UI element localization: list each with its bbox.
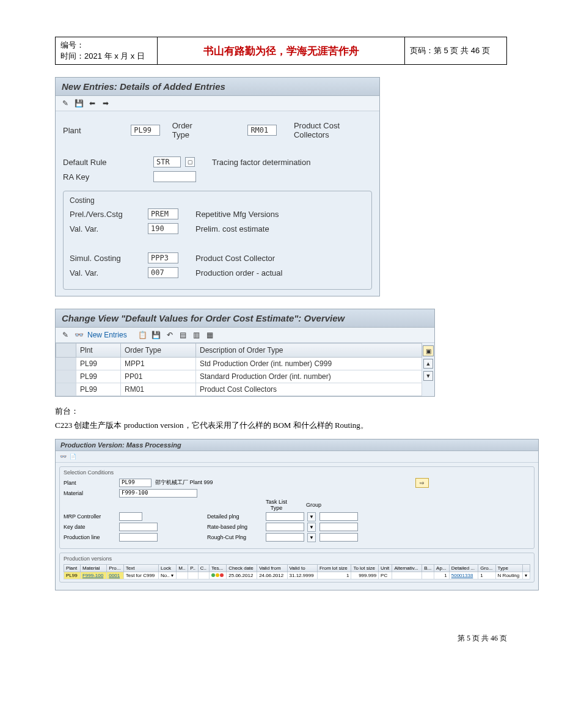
rough-grp-input[interactable]	[319, 533, 358, 542]
order-type-input[interactable]: RM01	[247, 125, 277, 136]
execute-button[interactable]: ⇨	[415, 478, 429, 488]
val2-desc: Production order - actual	[195, 268, 282, 278]
rate-grp-input[interactable]	[319, 523, 358, 531]
new-entries-panel: New Entries: Details of Added Entries ✎ …	[55, 77, 380, 296]
delimit-icon[interactable]: ▦	[205, 330, 215, 340]
edit-icon[interactable]: ✎	[60, 330, 70, 340]
deselect-icon[interactable]: ▥	[192, 330, 202, 340]
rate-based-label: Rate-based plng	[207, 524, 262, 530]
detailed-grp-input[interactable]	[319, 512, 358, 521]
panel1-title: New Entries: Details of Added Entries	[56, 78, 379, 96]
chevron-down-icon[interactable]: ▼	[307, 533, 316, 542]
document-header: 编号： 时间：2021 年 x 月 x 日 书山有路勤为径，学海无涯苦作舟 页码…	[55, 37, 507, 65]
simul-desc: Product Cost Collector	[195, 254, 275, 263]
chevron-down-icon[interactable]: ▾	[171, 573, 173, 578]
group-header: Group	[297, 502, 330, 508]
doc-icon[interactable]: 📄	[69, 453, 76, 460]
copy-icon[interactable]: 📋	[138, 330, 148, 340]
material-input[interactable]: F999-100	[119, 489, 197, 498]
selection-conditions-group: Selection Conditions Plant PL99 邵宁机械工厂 P…	[59, 466, 535, 549]
simul-label: Simul. Costing	[70, 254, 143, 263]
next-icon[interactable]: ➡	[101, 98, 111, 108]
scroll-down-icon[interactable]: ▼	[423, 371, 433, 381]
val2-input[interactable]: 007	[148, 267, 178, 278]
doc-title: 书山有路勤为径，学海无涯苦作舟	[158, 37, 405, 65]
val1-input[interactable]: 190	[148, 223, 178, 234]
configure-icon[interactable]: ▣	[423, 345, 434, 356]
default-rule-desc: Tracing factor determination	[212, 158, 310, 167]
scroll-up-icon[interactable]: ▲	[423, 359, 433, 369]
key-date-label: Key date	[64, 524, 115, 530]
page-footer: 第 5 页 共 46 页	[55, 633, 507, 644]
table-row[interactable]: PL99 F999-100 0001 Test for C999 No.. ▾ …	[64, 572, 530, 579]
order-type-desc: Product Cost Collectors	[294, 121, 372, 139]
detailed-tlt-input[interactable]	[266, 512, 304, 521]
prel-desc: Repetitive Mfg Versions	[195, 210, 279, 219]
f4-help-icon[interactable]: ▢	[185, 157, 195, 167]
plant-input[interactable]: PL99	[131, 125, 160, 136]
plant-input[interactable]: PL99	[119, 479, 151, 487]
change-view-panel: Change View "Default Values for Order Co…	[55, 309, 435, 397]
rate-tlt-input[interactable]	[266, 523, 304, 531]
panel2-toolbar: ✎ 👓 New Entries 📋 💾 ↶ ▤ ▥ ▦	[56, 328, 434, 343]
status-icon	[211, 573, 224, 577]
production-versions-group: Production versions PlantMaterialPro... …	[59, 553, 535, 583]
detailed-plng-label: Detailed plng	[207, 513, 262, 520]
rough-cut-label: Rough-Cut Plng	[207, 534, 262, 540]
edit-icon[interactable]: ✎	[60, 98, 70, 108]
chevron-down-icon[interactable]: ▼	[307, 523, 316, 532]
body-text-2: C223 创建生产版本 production version，它代表采用了什么样…	[55, 418, 507, 432]
doc-page: 页码：第 5 页 共 46 页	[405, 37, 507, 65]
prodline-input[interactable]	[119, 533, 158, 542]
order-type-label: Order Type	[172, 121, 210, 139]
ra-key-label: RA Key	[63, 172, 148, 182]
plant-label: Plant	[63, 126, 126, 135]
prev-icon[interactable]: ⬅	[87, 98, 97, 108]
prodline-label: Production line	[64, 534, 115, 540]
panel1-toolbar: ✎ 💾 ⬅ ➡	[56, 96, 379, 111]
sel-cond-title: Selection Conditions	[64, 469, 530, 476]
panel3-title: Production Version: Mass Processing	[56, 439, 538, 451]
prod-versions-title: Production versions	[64, 556, 530, 562]
new-entries-button[interactable]: New Entries	[87, 331, 127, 339]
mrp-label: MRP Controller	[64, 513, 115, 520]
prel-label: Prel./Vers.Cstg	[70, 210, 143, 219]
default-rule-label: Default Rule	[63, 158, 148, 167]
plant-label: Plant	[64, 480, 115, 486]
simul-input[interactable]: PPP3	[148, 252, 178, 263]
order-type-table: Plnt Order Type Description of Order Typ…	[56, 343, 422, 396]
body-text-1: 前台：	[55, 404, 507, 418]
prel-input[interactable]: PREM	[148, 208, 178, 219]
doc-time: 时间：2021 年 x 月 x 日	[60, 51, 152, 62]
glasses-icon[interactable]: 👓	[59, 453, 67, 460]
default-rule-input[interactable]: STR	[153, 156, 181, 167]
versions-table: PlantMaterialPro... TextLockM.. P..C..Te…	[64, 564, 530, 579]
glasses-icon[interactable]: 👓	[74, 330, 84, 340]
ordertype-col-header: Order Type	[121, 344, 196, 358]
select-all-icon[interactable]: ▤	[178, 330, 188, 340]
rough-tlt-input[interactable]	[266, 533, 304, 542]
ra-key-input[interactable]	[153, 171, 196, 182]
key-date-input[interactable]	[119, 523, 158, 531]
material-link[interactable]: F999-100	[82, 573, 103, 578]
save-icon[interactable]: 💾	[74, 98, 84, 108]
chevron-down-icon[interactable]: ▾	[525, 573, 527, 578]
plant-desc: 邵宁机械工厂 Plant 999	[155, 479, 213, 487]
mrp-input[interactable]	[119, 512, 142, 521]
table-row[interactable]: PL99 MPP1 Std Production Order (int. num…	[56, 358, 422, 370]
plant-col-header: Plnt	[76, 344, 121, 358]
detailed-link[interactable]: 50001338	[451, 573, 473, 578]
task-list-type-header: Task List Type	[260, 499, 293, 511]
chevron-down-icon[interactable]: ▼	[307, 512, 316, 521]
doc-id: 编号：	[60, 40, 152, 51]
table-row[interactable]: PL99 RM01 Product Cost Collectors	[56, 383, 422, 396]
prodver-link[interactable]: 0001	[109, 573, 120, 578]
undo-icon[interactable]: ↶	[165, 330, 175, 340]
save-icon[interactable]: 💾	[151, 330, 161, 340]
material-label: Material	[64, 490, 115, 496]
table-row[interactable]: PL99 PP01 Standard Production Order (int…	[56, 370, 422, 383]
mass-processing-panel: Production Version: Mass Processing 👓 📄 …	[55, 439, 539, 590]
desc-col-header: Description of Order Type	[196, 344, 422, 358]
panel2-title: Change View "Default Values for Order Co…	[56, 309, 434, 328]
costing-group: Costing Prel./Vers.Cstg PREM Repetitive …	[63, 191, 372, 290]
